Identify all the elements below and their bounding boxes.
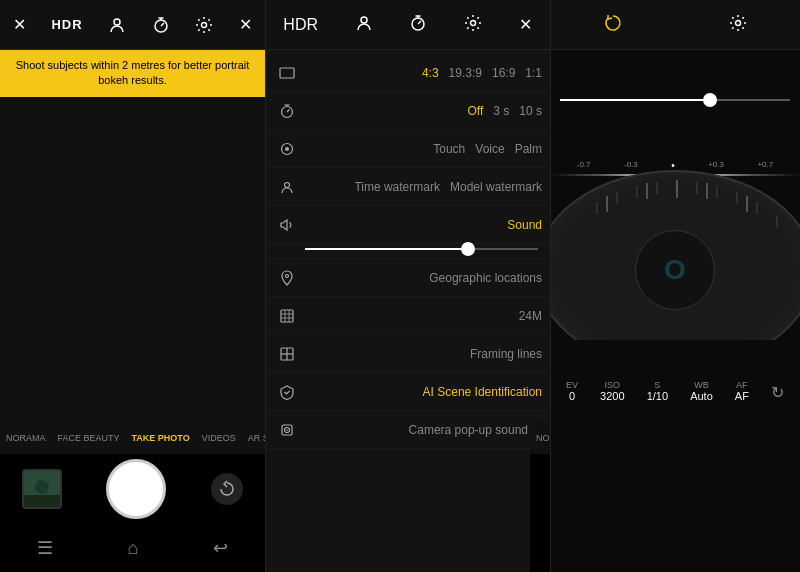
rotate-icon-right[interactable] [603,13,623,37]
hdr-toggle-mid[interactable]: HDR [283,16,318,34]
timer-row[interactable]: Off 3 s 10 s [265,92,550,130]
popup-sound-label[interactable]: Camera pop-up sound [409,423,528,437]
mid-panel: HDR ✕ [265,0,550,572]
param-iso[interactable]: ISO 3200 [600,380,624,402]
aspect-ratio-row[interactable]: 4:3 19.3:9 16:9 1:1 [265,54,550,92]
left-panel: ✕ HDR ✕ Shoot subjects within 2 me [0,0,265,572]
param-af[interactable]: AF AF [735,380,749,402]
watermark-icon [273,179,301,195]
menu-icon-left[interactable]: ☰ [37,537,53,559]
sound-row[interactable]: Sound [265,206,550,244]
portrait-icon-mid[interactable] [355,14,373,36]
wb-value: Auto [690,390,713,402]
shutter-options: Touch Voice Palm [301,142,542,156]
sound-slider-row [265,244,550,259]
aspect-ratio-icon [273,66,301,80]
geo-locations-label[interactable]: Geographic locations [429,271,542,285]
popup-sound-options: Camera pop-up sound › [301,423,542,437]
resolution-24m[interactable]: 24M [519,309,542,323]
ev-value: 0 [566,390,578,402]
sound-options: Sound [301,218,542,232]
brand-logo: O [664,254,686,286]
scale-pos-03: +0.3 [708,160,724,171]
time-watermark[interactable]: Time watermark [354,180,440,194]
sound-slider-track[interactable] [305,248,538,250]
portrait-icon-left[interactable] [108,16,126,34]
ai-scene-options: AI Scene Identification [301,385,542,399]
s-label: S [647,380,668,390]
shutter-mode-icon [273,141,301,157]
popup-sound-icon [273,422,301,438]
hdr-toggle-left[interactable]: HDR [51,17,82,32]
svg-point-0 [114,19,120,25]
timer-3s[interactable]: 3 s [493,104,509,118]
timer-icon-left[interactable] [152,16,170,34]
settings-icon-mid[interactable] [464,14,482,36]
aspect-19-9[interactable]: 19.3:9 [449,66,482,80]
popup-sound-row[interactable]: Camera pop-up sound › [265,411,550,449]
tab-ar-left[interactable]: AR STIC [242,433,265,443]
af-value: AF [735,390,749,402]
s-value: 1/10 [647,390,668,402]
param-wb[interactable]: WB Auto [690,380,713,402]
timer-row-icon [273,103,301,119]
home-icon-left[interactable]: ⌂ [128,538,139,559]
svg-point-5 [202,22,207,27]
aspect-ratio-options: 4:3 19.3:9 16:9 1:1 [301,66,542,80]
tab-face-beauty-left[interactable]: FACE BEAUTY [52,433,126,443]
wb-label: WB [690,380,713,390]
timer-off[interactable]: Off [468,104,484,118]
model-watermark[interactable]: Model watermark [450,180,542,194]
framing-icon [273,346,301,362]
svg-line-13 [418,21,421,24]
resolution-row[interactable]: 24M [265,297,550,335]
thumbnail-left[interactable] [22,469,62,509]
aspect-4-3[interactable]: 4:3 [422,66,439,80]
svg-line-4 [161,23,164,26]
settings-icon-left[interactable] [195,16,213,34]
shutter-voice[interactable]: Voice [475,142,504,156]
param-ev[interactable]: EV 0 [566,380,578,402]
sound-label[interactable]: Sound [507,218,542,232]
top-bar-left: ✕ HDR ✕ [0,0,265,50]
shutter-button-left[interactable] [106,459,166,519]
svg-point-23 [286,274,289,277]
shutter-touch[interactable]: Touch [433,142,465,156]
flash-icon-left[interactable]: ✕ [239,15,252,34]
geo-location-row[interactable]: Geographic locations [265,259,550,297]
svg-point-21 [285,147,289,151]
param-refresh[interactable]: ↻ [771,383,784,402]
back-icon-left[interactable]: ↩ [213,537,228,559]
shutter-mode-row[interactable]: Touch Voice Palm [265,130,550,168]
shutter-row-left [0,454,265,524]
svg-rect-15 [280,68,294,78]
iso-label: ISO [600,380,624,390]
param-s[interactable]: S 1/10 [647,380,668,402]
settings-icon-right[interactable] [729,14,747,36]
watermark-row[interactable]: Time watermark Model watermark [265,168,550,206]
timer-10s[interactable]: 10 s [519,104,542,118]
dial-wheel[interactable]: O [550,170,800,340]
timer-options: Off 3 s 10 s [301,104,542,118]
iso-value: 3200 [600,390,624,402]
flash-icon-mid[interactable]: ✕ [519,15,532,34]
tip-banner: Shoot subjects within 2 metres for bette… [0,50,265,97]
tab-panorama-left[interactable]: NORAMA [0,433,52,443]
flip-camera-left[interactable] [211,473,243,505]
timer-icon-mid[interactable] [409,14,427,36]
framing-row[interactable]: Framing lines [265,335,550,373]
resolution-icon [273,308,301,324]
ai-scene-row[interactable]: AI Scene Identification [265,373,550,411]
framing-lines-label[interactable]: Framing lines [470,347,542,361]
svg-point-9 [361,17,367,23]
close-icon[interactable]: ✕ [13,15,26,34]
tab-videos-left[interactable]: VIDEOS [196,433,242,443]
tab-take-photo-left[interactable]: TAKE PHOTO [126,433,196,443]
top-bar-mid: HDR ✕ [265,0,550,50]
shutter-palm[interactable]: Palm [515,142,542,156]
scale-neg-07: -0.7 [577,160,591,171]
params-row: EV 0 ISO 3200 S 1/10 WB Auto AF AF ↻ [550,380,800,407]
aspect-1-1[interactable]: 1:1 [525,66,542,80]
aspect-16-9[interactable]: 16:9 [492,66,515,80]
ai-scene-label[interactable]: AI Scene Identification [423,385,542,399]
